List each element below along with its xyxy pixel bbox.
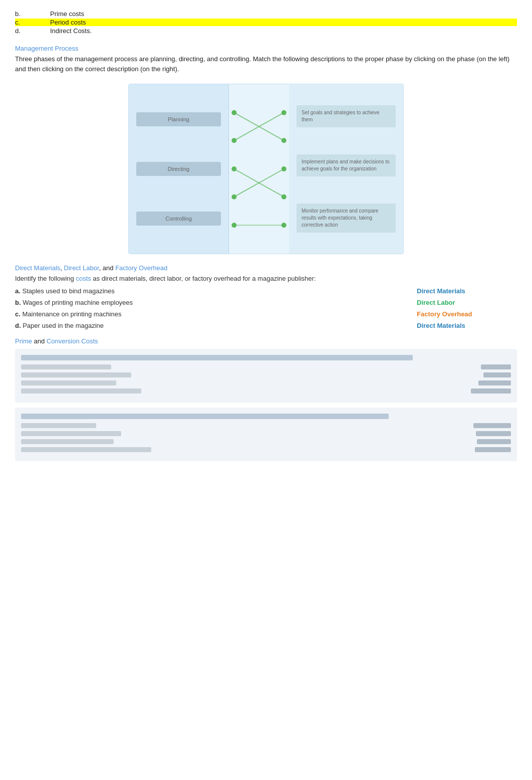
cost-item-d-letter: d. xyxy=(15,322,21,329)
separator-1: , xyxy=(60,264,64,272)
cost-item-c-letter: c. xyxy=(15,310,21,318)
costs-link[interactable]: costs xyxy=(76,275,91,282)
diagram-left-item-1[interactable]: Planning xyxy=(136,112,221,126)
list-text-b: Prime costs xyxy=(50,10,84,18)
blurred-title-2 xyxy=(21,414,389,419)
list-section: b. Prime costs c. Period costs d. Indire… xyxy=(15,10,517,35)
management-diagram: Planning Directing Controlling Se xyxy=(128,84,404,254)
cost-item-d: d. Paper used in the magazine Direct Mat… xyxy=(15,322,517,329)
svg-point-7 xyxy=(231,166,236,171)
blurred-value-1-3 xyxy=(478,380,511,385)
list-label-c: c. xyxy=(15,19,50,26)
list-item-d: d. Indirect Costs. xyxy=(15,27,517,35)
svg-point-10 xyxy=(282,110,287,115)
blurred-row-1-3 xyxy=(21,380,511,385)
management-process-title: Management Process xyxy=(15,45,517,52)
list-text-c: Period costs xyxy=(50,19,86,26)
blurred-text-2-1 xyxy=(21,423,96,428)
conversion-link[interactable]: Conversion Costs xyxy=(47,337,98,345)
cost-item-b-answer: Direct Labor xyxy=(417,299,517,306)
list-label-d: d. xyxy=(15,27,50,35)
blurred-row-1-4 xyxy=(21,388,511,394)
direct-materials-link-1[interactable]: Direct Materials xyxy=(15,264,60,272)
separator-2: , and xyxy=(99,264,116,272)
cost-item-a-answer: Direct Materials xyxy=(417,287,517,295)
blurred-value-1-2 xyxy=(483,372,511,377)
blurred-row-2-1 xyxy=(21,423,511,428)
cost-item-b: b. Wages of printing machine employees D… xyxy=(15,299,517,306)
svg-point-8 xyxy=(231,194,236,200)
diagram-right-item-3[interactable]: Monitor performance and compare results … xyxy=(297,204,396,233)
blurred-text-1-1 xyxy=(21,364,111,369)
cost-description: Identify the following costs as direct m… xyxy=(15,275,517,282)
cost-item-b-label: b. Wages of printing machine employees xyxy=(15,299,417,306)
cost-item-c-answer: Factory Overhead xyxy=(417,310,517,318)
cost-item-d-label: d. Paper used in the magazine xyxy=(15,322,417,329)
blurred-section-1 xyxy=(15,349,517,403)
svg-point-11 xyxy=(282,138,287,143)
cost-item-a: a. Staples used to bind magazines Direct… xyxy=(15,287,517,295)
diagram-left-item-3[interactable]: Controlling xyxy=(136,212,221,226)
diagram-left-item-2[interactable]: Directing xyxy=(136,162,221,176)
svg-point-12 xyxy=(282,166,287,171)
prime-conversion-title: Prime and Conversion Costs xyxy=(15,337,517,345)
diagram-right-panel: Set goals and strategies to achieve them… xyxy=(289,84,403,254)
blurred-row-2-2 xyxy=(21,431,511,436)
cost-identification-title: Direct Materials, Direct Labor, and Fact… xyxy=(15,264,517,272)
diagram-right-item-1[interactable]: Set goals and strategies to achieve them xyxy=(297,105,396,127)
prime-conversion-section: Prime and Conversion Costs xyxy=(15,337,517,461)
svg-point-5 xyxy=(231,110,236,115)
blurred-row-1-2 xyxy=(21,372,511,377)
blurred-section-2 xyxy=(15,408,517,461)
blurred-title-1 xyxy=(21,355,413,360)
list-item-b: b. Prime costs xyxy=(15,10,517,18)
cost-item-d-answer: Direct Materials xyxy=(417,322,517,329)
blurred-row-1-1 xyxy=(21,364,511,369)
svg-point-13 xyxy=(282,194,287,200)
svg-point-14 xyxy=(282,223,287,228)
blurred-text-2-2 xyxy=(21,431,121,436)
blurred-text-1-3 xyxy=(21,380,116,385)
cost-identification-section: Direct Materials, Direct Labor, and Fact… xyxy=(15,264,517,329)
prime-and: and xyxy=(34,337,47,345)
diagram-left-panel: Planning Directing Controlling xyxy=(129,84,229,254)
management-process-description: Three phases of the management process a… xyxy=(15,54,517,74)
cost-item-a-label: a. Staples used to bind magazines xyxy=(15,287,417,295)
blurred-row-2-3 xyxy=(21,439,511,444)
direct-labor-link[interactable]: Direct Labor xyxy=(64,264,99,272)
list-text-d: Indirect Costs. xyxy=(50,27,92,35)
svg-point-6 xyxy=(231,138,236,143)
blurred-text-2-4 xyxy=(21,447,151,452)
blurred-text-1-4 xyxy=(21,388,141,394)
cost-item-b-letter: b. xyxy=(15,299,21,306)
cost-item-c-label: c. Maintenance on printing machines xyxy=(15,310,417,318)
blurred-text-1-2 xyxy=(21,372,131,377)
list-item-c: c. Period costs xyxy=(15,19,517,26)
blurred-value-2-3 xyxy=(477,439,511,444)
diagram-right-item-2[interactable]: Implement plans and make decisions to ac… xyxy=(297,154,396,176)
svg-point-9 xyxy=(231,223,236,228)
prime-link[interactable]: Prime xyxy=(15,337,32,345)
factory-overhead-link[interactable]: Factory Overhead xyxy=(115,264,167,272)
blurred-value-2-1 xyxy=(473,423,511,428)
blurred-row-2-4 xyxy=(21,447,511,452)
list-label-b: b. xyxy=(15,10,50,18)
cost-item-c: c. Maintenance on printing machines Fact… xyxy=(15,310,517,318)
blurred-value-1-4 xyxy=(471,388,511,394)
blurred-value-1-1 xyxy=(481,364,511,369)
blurred-text-2-3 xyxy=(21,439,114,444)
management-process-section: Management Process Three phases of the m… xyxy=(15,45,517,74)
diagram-middle xyxy=(229,84,289,254)
cost-item-a-letter: a. xyxy=(15,287,21,295)
blurred-value-2-4 xyxy=(475,447,511,452)
blurred-value-2-2 xyxy=(476,431,511,436)
